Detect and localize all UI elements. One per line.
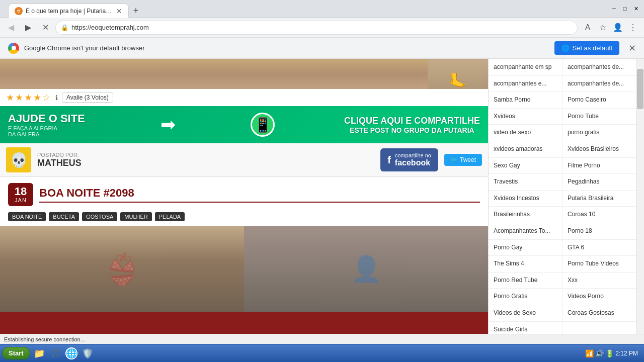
notification-text: Google Chrome isn't your default browser — [24, 44, 549, 52]
taskbar-folder-icon[interactable]: 📁 — [32, 346, 46, 360]
tray-network-icon: 📶 — [585, 349, 593, 357]
article-tag[interactable]: BOA NOITE — [8, 212, 46, 221]
sidebar-link-item[interactable]: porno gratis — [562, 125, 636, 141]
sidebar-link-item[interactable]: Putaria Brasileira — [562, 191, 636, 207]
forward-button[interactable]: ▶ — [21, 21, 35, 35]
whatsapp-banner[interactable]: AJUDE O SITE E FAÇA A ALEGRIA DA GALERA … — [0, 106, 488, 143]
sidebar-link-item[interactable]: Xvideos — [489, 109, 562, 125]
back-button[interactable]: ◀ — [4, 21, 18, 35]
minimize-button[interactable]: ─ — [610, 5, 618, 13]
browser-tab[interactable]: e É o que tem pra hoje | Putaria e Hu...… — [8, 4, 129, 18]
article-header: 18 JAN BOA NOITE #2098 — [0, 177, 488, 210]
article-tag[interactable]: PELADA — [155, 212, 185, 221]
maximize-button[interactable]: □ — [621, 5, 629, 13]
sidebar-link-item[interactable]: Porno Caseiro — [562, 92, 636, 109]
sidebar-link-item[interactable]: acompanhantes e... — [489, 76, 562, 93]
sidebar-link-item[interactable]: Porno Red Tube — [489, 273, 562, 289]
sidebar-link-item[interactable]: Filme Porno — [562, 158, 636, 174]
sidebar-grid: acompanhante em spacompanhantes de...aco… — [489, 59, 636, 338]
sidebar-link-item[interactable]: Porno Tube — [562, 109, 636, 125]
sidebar-link-item[interactable]: Acompanhantes To... — [489, 223, 562, 240]
tab-title: É o que tem pra hoje | Putaria e Hu... — [26, 8, 113, 15]
article-tag[interactable]: BUCETA — [49, 212, 79, 221]
scrollbar-thumb — [637, 69, 643, 109]
sidebar-link-item[interactable]: Brasileirinhas — [489, 207, 562, 223]
sidebar-link-item[interactable]: Samba Porno — [489, 92, 562, 109]
sidebar-link-item[interactable]: Xxx — [562, 273, 636, 289]
sidebar-link-item[interactable]: Pegadinhas — [562, 174, 636, 191]
sidebar-link-item[interactable]: Videos de Sexo — [489, 305, 562, 322]
sidebar-link-item[interactable]: Porno 18 — [562, 223, 636, 240]
translate-icon[interactable]: A — [581, 21, 595, 35]
banner-main-text: AJUDE O SITE — [8, 112, 85, 125]
lock-icon: 🔒 — [61, 24, 68, 31]
author-name: MATHEUS — [37, 158, 82, 168]
sidebar-link-item[interactable]: GTA 6 — [562, 240, 636, 256]
set-default-button[interactable]: 🌐 Set as default — [554, 41, 620, 55]
main-content: 🦶 ★★★★☆ ℹ Avalie (3 Votos) AJUDE O SITE … — [0, 59, 488, 344]
info-icon[interactable]: ℹ — [55, 94, 58, 102]
sidebar-link-item[interactable]: Xvideos Brasileiros — [562, 141, 636, 158]
article-section: 18 JAN BOA NOITE #2098 BOA NOITEBUCETAGO… — [0, 177, 488, 226]
article-tag[interactable]: MULHER — [120, 212, 151, 221]
reload-button[interactable]: ✕ — [38, 21, 52, 35]
tweet-button[interactable]: 🐦 Tweet — [444, 154, 482, 166]
taskbar-shield-icon[interactable]: 🛡️ — [80, 346, 95, 360]
banner-sub-text1: E FAÇA A ALEGRIA — [8, 125, 85, 131]
date-number: 18 — [13, 186, 28, 197]
sidebar-link-item[interactable]: Coroas Gostosas — [562, 305, 636, 322]
new-tab-button[interactable]: + — [129, 4, 143, 18]
address-bar: ◀ ▶ ✕ 🔒 https://eoquetemprahj.com A ☆ 👤 … — [0, 18, 644, 38]
tray-volume-icon: 🔊 — [595, 349, 603, 357]
skull-icon: 💀 — [6, 147, 31, 172]
sidebar: acompanhante em spacompanhantes de...aco… — [488, 59, 636, 344]
sidebar-link-item[interactable]: Porno Tube Videos — [562, 256, 636, 273]
sidebar-link-item[interactable]: acompanhantes de... — [562, 76, 636, 93]
taskbar: Start 📁 🎵 🌐 🛡️ 📶 🔊 🔋 2:12 PM — [0, 344, 644, 362]
taskbar-media-icon[interactable]: 🎵 — [48, 346, 62, 360]
banner-left-text: AJUDE O SITE E FAÇA A ALEGRIA DA GALERA — [8, 112, 85, 137]
sidebar-link-item[interactable]: The Sims 4 — [489, 256, 562, 273]
menu-icon[interactable]: ⋮ — [626, 21, 640, 35]
whatsapp-icon: 📱 — [251, 113, 275, 137]
post-image-left: 👙 — [0, 226, 244, 312]
tab-favicon: e — [15, 7, 23, 15]
notification-close-button[interactable]: ✕ — [628, 43, 636, 54]
start-button[interactable]: Start — [2, 347, 30, 359]
sidebar-link-item[interactable]: Xvideos Incestos — [489, 191, 562, 207]
tab-bar: e É o que tem pra hoje | Putaria e Hu...… — [4, 0, 610, 18]
title-bar: e É o que tem pra hoje | Putaria e Hu...… — [0, 0, 644, 18]
facebook-share-text: compartilhe no facebook — [395, 152, 431, 167]
article-title: BOA NOITE #2098 — [39, 187, 480, 203]
sidebar-link-item[interactable]: acompanhantes de... — [562, 59, 636, 76]
profile-icon[interactable]: 👤 — [611, 21, 625, 35]
sidebar-link-item[interactable]: Travestis — [489, 174, 562, 191]
article-tag[interactable]: GOSTOSA — [82, 212, 117, 221]
top-image: 🦶 — [0, 59, 488, 89]
tab-close-button[interactable]: ✕ — [116, 7, 122, 15]
post-images: 👙 👤 — [0, 226, 488, 312]
url-bar[interactable]: 🔒 https://eoquetemprahj.com — [55, 21, 578, 35]
sidebar-link-item[interactable]: Porno Gratis — [489, 289, 562, 305]
status-bar: Establishing secure connection... — [0, 334, 644, 344]
sidebar-link-item[interactable]: video de sexo — [489, 125, 562, 141]
banner-right-text: CLIQUE AQUI E COMPARTILHE ESTE POST NO G… — [344, 116, 480, 134]
set-default-icon: 🌐 — [561, 44, 570, 52]
author-info: POSTADO POR: MATHEUS — [37, 152, 82, 168]
sidebar-link-item[interactable]: Sexo Gay — [489, 158, 562, 174]
sidebar-link-item[interactable]: Porno Gay — [489, 240, 562, 256]
bookmark-icon[interactable]: ☆ — [596, 21, 610, 35]
rate-button[interactable]: Avalie (3 Votos) — [62, 93, 113, 103]
notification-bar: Google Chrome isn't your default browser… — [0, 38, 644, 59]
facebook-share-button[interactable]: f compartilhe no facebook — [380, 148, 438, 171]
taskbar-browser-icon[interactable]: 🌐 — [64, 346, 78, 360]
sidebar-link-item[interactable]: Videos Porno — [562, 289, 636, 305]
sidebar-link-item[interactable]: xvideos amadoras — [489, 141, 562, 158]
rating-bar: ★★★★☆ ℹ Avalie (3 Votos) — [0, 89, 488, 106]
close-button[interactable]: ✕ — [632, 5, 640, 13]
right-scrollbar[interactable] — [636, 59, 644, 344]
sidebar-link-item[interactable]: acompanhante em sp — [489, 59, 562, 76]
star-rating: ★★★★☆ — [6, 92, 51, 103]
chrome-logo-icon — [8, 43, 19, 54]
sidebar-link-item[interactable]: Coroas 10 — [562, 207, 636, 223]
